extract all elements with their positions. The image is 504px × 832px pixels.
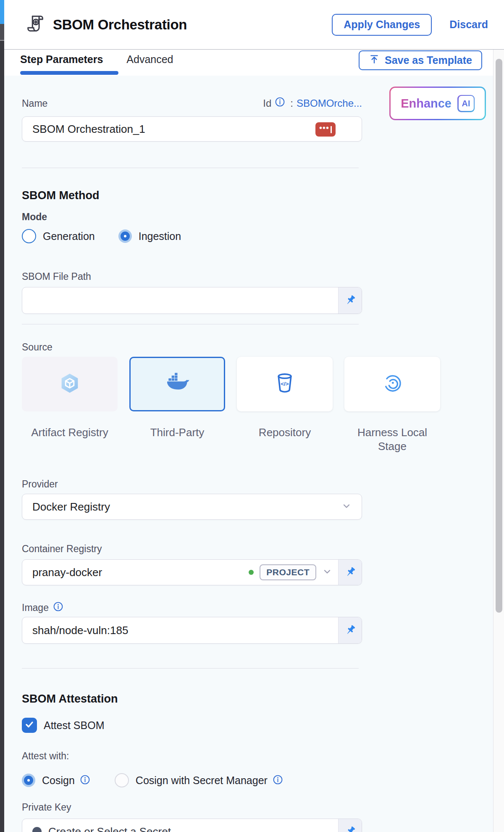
- save-as-template-button[interactable]: Save as Template: [359, 50, 482, 70]
- provider-label: Provider: [22, 479, 504, 490]
- active-tab-indicator: [20, 71, 118, 75]
- key-icon: [32, 827, 42, 832]
- radio-generation[interactable]: Generation: [22, 229, 95, 243]
- tab-bar: Step Parameters Advanced Save as Templat…: [4, 49, 504, 76]
- attest-sbom-checkbox[interactable]: [22, 718, 37, 733]
- source-cards: </>: [22, 357, 504, 411]
- source-label: Source: [22, 342, 504, 353]
- check-icon: [24, 719, 34, 731]
- private-key-secret-select[interactable]: Create or Select a Secret: [22, 819, 362, 832]
- extension-icon[interactable]: •••: [315, 122, 336, 137]
- sbom-attestation-heading: SBOM Attestation: [22, 692, 504, 705]
- tab-step-parameters[interactable]: Step Parameters: [20, 50, 103, 66]
- attest-with-radio-group: Cosign Cosign with Secret Manager: [22, 773, 504, 787]
- tab-advanced[interactable]: Advanced: [126, 50, 173, 66]
- radio-icon: [22, 229, 36, 243]
- mode-label: Mode: [22, 211, 504, 222]
- canvas-edge-accent: [0, 0, 4, 24]
- name-input-wrapper: •••: [22, 116, 362, 142]
- file-path-input[interactable]: [22, 287, 338, 313]
- image-label-row: Image: [22, 601, 504, 613]
- container-registry-input[interactable]: [22, 560, 249, 585]
- source-card-harness-local-stage[interactable]: [344, 357, 440, 411]
- info-icon[interactable]: [53, 601, 63, 613]
- image-label: Image: [22, 602, 49, 613]
- radio-ingestion[interactable]: Ingestion: [118, 229, 181, 243]
- step-config-drawer: SBOM Orchestration Apply Changes Discard…: [0, 0, 504, 832]
- info-icon[interactable]: [273, 774, 283, 787]
- image-input[interactable]: [22, 617, 338, 643]
- step-id-value[interactable]: SBOMOrche...: [297, 97, 362, 109]
- name-input[interactable]: [22, 117, 362, 141]
- repository-bucket-icon: </>: [273, 372, 296, 396]
- divider: [22, 324, 359, 324]
- drawer-header: SBOM Orchestration Apply Changes Discard: [4, 0, 504, 49]
- scrollbar-thumb[interactable]: [496, 59, 502, 613]
- radio-icon-selected: [121, 232, 130, 241]
- radio-icon: [115, 773, 129, 787]
- panel: SBOM Orchestration Apply Changes Discard…: [4, 0, 504, 832]
- scroll-plus-icon: [25, 13, 46, 36]
- runtime-input-pin-button[interactable]: [338, 617, 362, 643]
- runtime-input-pin-button[interactable]: [338, 560, 362, 585]
- page-title: SBOM Orchestration: [53, 17, 187, 33]
- docker-whale-icon: [164, 373, 191, 395]
- svg-text:</>: </>: [281, 381, 289, 387]
- scrollbar-track[interactable]: [493, 50, 504, 832]
- runtime-input-pin-button[interactable]: [338, 287, 362, 313]
- enhance-ai-button[interactable]: Enhance AI: [389, 87, 486, 120]
- provider-select[interactable]: Docker Registry: [22, 494, 362, 520]
- attest-sbom-row: Attest SBOM: [22, 718, 504, 733]
- divider: [22, 668, 359, 669]
- harness-orbit-icon: [381, 372, 404, 396]
- chevron-down-icon: [341, 501, 352, 513]
- source-card-third-party[interactable]: [129, 357, 225, 411]
- chevron-down-icon[interactable]: [322, 566, 332, 578]
- container-registry-input-wrapper: PROJECT: [22, 559, 362, 585]
- radio-icon-selected: [24, 776, 33, 785]
- private-key-label: Private Key: [22, 802, 504, 813]
- radio-cosign[interactable]: Cosign: [22, 774, 90, 787]
- name-label: Name: [22, 98, 47, 109]
- source-card-artifact-registry[interactable]: [22, 357, 118, 411]
- file-path-label: SBOM File Path: [22, 271, 504, 282]
- runtime-input-pin-button[interactable]: [338, 819, 362, 832]
- divider: [22, 168, 359, 168]
- attest-with-label: Attest with:: [22, 750, 504, 761]
- info-icon[interactable]: [275, 97, 285, 110]
- name-row: Name Id : SBOMOrche...: [22, 97, 362, 110]
- artifact-cube-icon: [58, 371, 81, 397]
- discard-button[interactable]: Discard: [449, 18, 488, 31]
- apply-changes-button[interactable]: Apply Changes: [332, 14, 432, 36]
- step-id: Id : SBOMOrche...: [263, 97, 362, 110]
- canvas-edge: [0, 0, 4, 832]
- image-input-wrapper: [22, 617, 362, 644]
- connectivity-status-dot: [249, 570, 254, 575]
- scope-badge: PROJECT: [260, 564, 316, 580]
- file-path-input-wrapper: [22, 287, 362, 314]
- enhance-label: Enhance: [401, 97, 452, 111]
- radio-cosign-secret-manager[interactable]: Cosign with Secret Manager: [115, 773, 283, 787]
- mode-radio-group: Generation Ingestion: [22, 229, 504, 243]
- source-card-repository[interactable]: </>: [237, 357, 333, 411]
- container-registry-label: Container Registry: [22, 543, 504, 554]
- source-card-labels: Artifact Registry Third-Party Repository…: [22, 426, 504, 453]
- ai-badge: AI: [457, 95, 475, 112]
- info-icon[interactable]: [80, 774, 90, 787]
- upload-icon: [369, 54, 380, 67]
- sbom-method-heading: SBOM Method: [22, 189, 504, 202]
- step-parameters-form: Enhance AI Name Id : SBOM: [4, 76, 504, 832]
